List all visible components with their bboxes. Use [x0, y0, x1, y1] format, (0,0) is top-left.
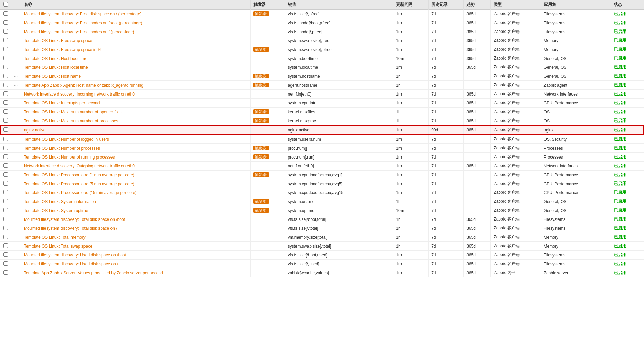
item-name-text[interactable]: Interrupts per second — [61, 101, 100, 105]
row-status-cell[interactable]: 已启用 — [611, 81, 644, 90]
item-template-prefix[interactable]: Template OS Linux: — [24, 208, 61, 213]
item-name-text[interactable]: Outgoing network traffic on eth0 — [77, 164, 135, 168]
row-checkbox[interactable] — [3, 154, 8, 159]
trigger-badge[interactable]: 触发器↑ — [253, 118, 270, 123]
row-checkbox[interactable] — [3, 74, 8, 78]
row-checkbox[interactable] — [3, 190, 8, 194]
item-name-text[interactable]: Host name of zabbix_agentd running — [76, 83, 143, 88]
row-status-cell[interactable]: 已启用 — [611, 233, 644, 242]
item-template-prefix[interactable]: Template OS Linux: — [24, 38, 61, 43]
row-status-cell[interactable]: 已启用 — [611, 162, 644, 171]
item-template-prefix[interactable]: Network interface discovery: — [24, 164, 77, 168]
item-name-text[interactable]: Incoming network traffic on eth0 — [77, 92, 135, 97]
item-name-text[interactable]: Number of running processes — [61, 155, 115, 160]
item-template-prefix[interactable]: Template OS Linux: — [24, 173, 61, 177]
row-status-cell[interactable]: 已启用 — [611, 153, 644, 162]
item-name-text[interactable]: Host name — [61, 74, 81, 79]
row-status-cell[interactable]: 已启用 — [611, 197, 644, 206]
item-name-text[interactable]: nginx.active — [24, 128, 45, 133]
item-name-text[interactable]: Host boot time — [61, 56, 87, 61]
row-checkbox[interactable] — [3, 217, 8, 221]
trigger-badge[interactable]: 触发器↑ — [253, 109, 270, 114]
trigger-badge[interactable]: 触发器↑ — [253, 74, 270, 78]
item-template-prefix[interactable]: Mounted filesystem discovery: — [24, 12, 80, 16]
row-status-cell[interactable]: 已启用 — [611, 99, 644, 108]
row-status-cell[interactable]: 已启用 — [611, 144, 644, 153]
row-status-cell[interactable]: 已启用 — [611, 116, 644, 126]
row-checkbox[interactable] — [3, 56, 8, 60]
trigger-badge[interactable]: 触发器↑ — [253, 154, 270, 159]
item-template-prefix[interactable]: Mounted filesystem discovery: — [24, 262, 80, 266]
row-status-cell[interactable]: 已启用 — [611, 125, 644, 135]
item-template-prefix[interactable]: Template OS Linux: — [24, 146, 61, 151]
row-checkbox[interactable] — [3, 20, 8, 25]
item-template-prefix[interactable]: Template OS Linux: — [24, 74, 61, 79]
trigger-badge[interactable]: 触发器↑ — [253, 146, 270, 150]
row-checkbox[interactable] — [3, 181, 8, 186]
dots-menu-icon[interactable]: ··· — [14, 199, 18, 204]
row-status-cell[interactable]: 已启用 — [611, 108, 644, 116]
row-status-cell[interactable]: 已启用 — [611, 72, 644, 81]
row-status-cell[interactable]: 已启用 — [611, 179, 644, 188]
row-checkbox[interactable] — [3, 83, 8, 87]
row-checkbox[interactable] — [3, 172, 8, 177]
row-checkbox[interactable] — [3, 199, 8, 203]
row-checkbox[interactable] — [3, 226, 8, 230]
row-checkbox[interactable] — [3, 252, 8, 257]
item-template-prefix[interactable]: Mounted filesystem discovery: — [24, 253, 80, 258]
row-status-cell[interactable]: 已启用 — [611, 260, 644, 268]
item-template-prefix[interactable]: Mounted filesystem discovery: — [24, 21, 80, 25]
row-status-cell[interactable]: 已启用 — [611, 206, 644, 215]
row-status-cell[interactable]: 已启用 — [611, 215, 644, 224]
item-template-prefix[interactable]: Mounted filesystem discovery: — [24, 29, 80, 34]
trigger-badge[interactable]: 触发器↑ — [253, 199, 270, 204]
row-status-cell[interactable]: 已启用 — [611, 171, 644, 179]
item-name-text[interactable]: Free inodes on /boot (percentage) — [80, 21, 142, 25]
row-checkbox[interactable] — [3, 261, 8, 266]
item-name-text[interactable]: Number of logged in users — [61, 137, 109, 142]
row-checkbox[interactable] — [3, 91, 8, 96]
item-name-text[interactable]: Total disk space on /boot — [80, 217, 125, 222]
row-checkbox[interactable] — [3, 243, 8, 248]
row-checkbox[interactable] — [3, 47, 8, 51]
item-template-prefix[interactable]: Template OS Linux: — [24, 110, 61, 114]
item-name-text[interactable]: Processor load (1 min average per core) — [61, 173, 134, 177]
item-name-text[interactable]: Free disk space on / (percentage) — [80, 12, 141, 16]
item-template-prefix[interactable]: Template OS Linux: — [24, 181, 61, 186]
trigger-badge[interactable]: 触发器↑ — [253, 83, 270, 87]
item-template-prefix[interactable]: Template App Zabbix Server: — [24, 271, 78, 275]
item-name-text[interactable]: Total disk space on / — [80, 226, 117, 231]
row-status-cell[interactable]: 已启用 — [611, 242, 644, 251]
item-template-prefix[interactable]: Mounted filesystem discovery: — [24, 226, 80, 231]
dots-menu-icon[interactable]: ··· — [14, 83, 18, 88]
row-checkbox[interactable] — [3, 38, 8, 42]
row-status-cell[interactable]: 已启用 — [611, 45, 644, 54]
item-name-text[interactable]: System uptime — [61, 208, 88, 213]
item-template-prefix[interactable]: Template OS Linux: — [24, 199, 61, 204]
row-checkbox[interactable] — [3, 163, 8, 168]
item-name-text[interactable]: System information — [61, 199, 96, 204]
item-template-prefix[interactable]: Template App Zabbix Agent: — [24, 83, 76, 88]
row-checkbox[interactable] — [3, 137, 8, 141]
row-checkbox[interactable] — [3, 109, 8, 114]
item-name-text[interactable]: Host local time — [61, 65, 88, 70]
item-template-prefix[interactable]: Template OS Linux: — [24, 190, 61, 195]
item-name-text[interactable]: Maximum number of opened files — [61, 110, 121, 114]
item-template-prefix[interactable]: Mounted filesystem discovery: — [24, 217, 80, 222]
item-template-prefix[interactable]: Template OS Linux: — [24, 137, 61, 142]
row-status-cell[interactable]: 已启用 — [611, 63, 644, 72]
item-name-text[interactable]: Values processed by Zabbix server per se… — [78, 271, 163, 275]
row-status-cell[interactable]: 已启用 — [611, 90, 644, 99]
item-name-text[interactable]: Processor load (15 min average per core) — [61, 190, 136, 195]
row-status-cell[interactable]: 已启用 — [611, 268, 644, 277]
trigger-badge[interactable]: 触发器↑ — [253, 208, 270, 213]
item-name-text[interactable]: Processor load (5 min average per core) — [61, 181, 134, 186]
item-template-prefix[interactable]: Template OS Linux: — [24, 244, 61, 249]
row-checkbox[interactable] — [3, 270, 8, 275]
trigger-badge[interactable]: 触发器↑ — [253, 47, 270, 52]
row-status-cell[interactable]: 已启用 — [611, 18, 644, 27]
row-status-cell[interactable]: 已启用 — [611, 54, 644, 63]
trigger-badge[interactable]: 触发器↑ — [253, 11, 270, 16]
item-name-text[interactable]: Used disk space on / — [80, 262, 118, 266]
item-template-prefix[interactable]: Template OS Linux: — [24, 56, 61, 61]
